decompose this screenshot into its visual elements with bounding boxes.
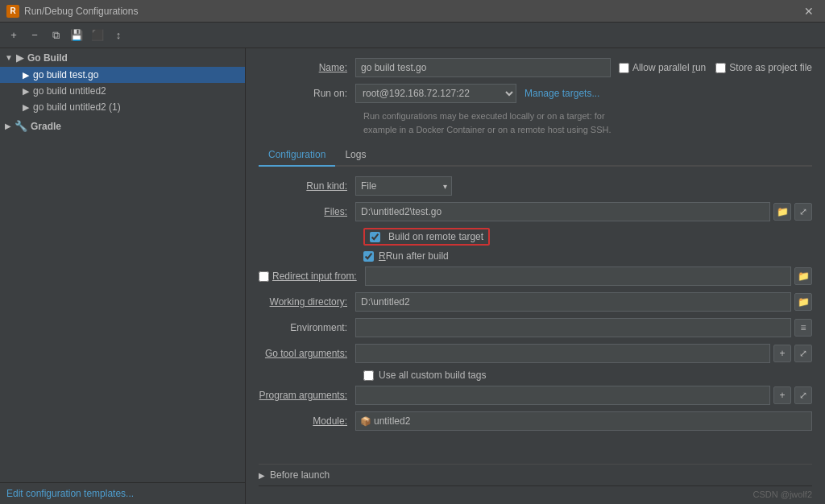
store-as-project-text: Store as project file: [729, 62, 812, 73]
program-args-expand-button[interactable]: ⤢: [794, 386, 812, 404]
manage-targets-link[interactable]: Manage targets...: [524, 88, 599, 99]
tree-item-go-build-untitled2[interactable]: ▶ go build untitled2: [0, 83, 245, 99]
edit-templates-link[interactable]: Edit configuration templates...: [6, 488, 134, 499]
files-browse-button[interactable]: 📁: [773, 203, 791, 221]
save-config-button[interactable]: 💾: [68, 27, 85, 44]
run-after-build-label: RRun after build: [379, 250, 449, 262]
use-custom-tags-checkbox[interactable]: [363, 370, 374, 381]
name-input[interactable]: [355, 58, 611, 77]
tree-item-label: go build untitled2: [33, 85, 106, 97]
go-build-arrow: ▼: [5, 53, 13, 62]
go-build-label: Go Build: [27, 52, 68, 64]
toolbar: + − ⧉ 💾 ⬛ ↕: [0, 23, 825, 48]
environment-edit-button[interactable]: ≡: [794, 319, 812, 337]
title-bar: R Run/Debug Configurations ✕: [0, 0, 825, 23]
module-icon: 📦: [360, 416, 371, 427]
remove-config-button[interactable]: −: [26, 27, 44, 44]
tree-item-go-build-untitled2-1[interactable]: ▶ go build untitled2 (1): [0, 99, 245, 115]
allow-parallel-label[interactable]: Allow parallel run: [619, 62, 706, 73]
program-args-row: Program arguments: + ⤢: [259, 386, 812, 405]
module-label: Module:: [259, 415, 355, 427]
go-tool-args-wrapper: + ⤢: [355, 344, 812, 363]
module-select-wrapper: 📦 untitled2: [355, 411, 812, 431]
run-kind-select-wrapper: File ▾: [355, 176, 452, 196]
header-checkboxes: Allow parallel run Store as project file: [619, 62, 812, 73]
redirect-input-checkbox[interactable]: [259, 271, 269, 282]
module-row: Module: 📦 untitled2: [259, 411, 812, 431]
run-on-select[interactable]: root@192.168.72.127:22: [355, 84, 516, 103]
redirect-input-field[interactable]: [365, 266, 791, 286]
build-on-remote-row: Build on remote target: [363, 228, 812, 246]
go-build-section-header[interactable]: ▼ ▶ Go Build: [0, 48, 245, 67]
name-label: Name:: [259, 62, 355, 73]
main-container: ▼ ▶ Go Build ▶ go build test.go ▶ go bui…: [0, 48, 825, 504]
run-kind-row: Run kind: File ▾: [259, 176, 812, 196]
program-args-input[interactable]: [355, 386, 770, 405]
title-bar-title: Run/Debug Configurations: [24, 6, 799, 17]
redirect-browse-button[interactable]: 📁: [794, 267, 812, 285]
redirect-input-row: Redirect input from: 📁: [259, 266, 812, 286]
tree-item-label: go build test.go: [33, 69, 98, 81]
run-after-build-row: RRun after build: [363, 250, 812, 262]
allow-parallel-checkbox[interactable]: [619, 63, 629, 73]
program-args-wrapper: + ⤢: [355, 386, 812, 405]
working-dir-label: Working directory:: [259, 296, 355, 308]
working-dir-browse-button[interactable]: 📁: [794, 293, 812, 311]
move-config-button[interactable]: ⬛: [89, 27, 106, 44]
environment-input[interactable]: [355, 318, 791, 337]
tabs-row: Configuration Logs: [259, 144, 812, 167]
go-tool-args-row: Go tool arguments: + ⤢: [259, 344, 812, 363]
name-row: Name: Allow parallel run Store as projec…: [259, 58, 812, 77]
tab-configuration[interactable]: Configuration: [259, 144, 335, 167]
close-button[interactable]: ✕: [799, 3, 819, 19]
environment-row: Environment: ≡: [259, 318, 812, 337]
files-row: Files: 📁 ⤢: [259, 202, 812, 221]
left-panel-footer: Edit configuration templates...: [0, 482, 245, 504]
add-config-button[interactable]: +: [5, 27, 23, 44]
go-tool-args-add-button[interactable]: +: [773, 345, 791, 362]
allow-parallel-text: Allow parallel run: [632, 62, 706, 73]
store-as-project-label[interactable]: Store as project file: [715, 62, 812, 73]
program-args-add-button[interactable]: +: [773, 386, 791, 404]
go-tool-args-input[interactable]: [355, 344, 770, 363]
files-input-wrapper: 📁 ⤢: [355, 202, 812, 221]
left-panel: ▼ ▶ Go Build ▶ go build test.go ▶ go bui…: [0, 48, 246, 504]
build-on-remote-label: Build on remote target: [388, 231, 483, 242]
right-panel-footer: CSDN @jwolf2: [259, 485, 812, 504]
sort-config-button[interactable]: ↕: [110, 27, 127, 44]
item-icon: ▶: [23, 102, 29, 113]
csdn-label: CSDN @jwolf2: [752, 490, 812, 499]
use-custom-tags-row: Use all custom build tags: [363, 370, 812, 381]
config-section: Run kind: File ▾ Files: 📁 ⤢ Bu: [259, 176, 812, 461]
run-on-label: Run on:: [259, 88, 355, 99]
run-after-build-checkbox[interactable]: [363, 251, 374, 262]
run-kind-select[interactable]: File: [355, 176, 452, 196]
run-on-select-wrapper: root@192.168.72.127:22: [355, 84, 516, 103]
redirect-input-label: Redirect input from:: [272, 271, 357, 282]
gradle-icon: 🔧: [15, 120, 27, 132]
working-dir-wrapper: 📁: [355, 292, 812, 312]
run-kind-label: Run kind:: [259, 180, 355, 192]
gradle-arrow: ▶: [5, 122, 11, 130]
info-text: Run configurations may be executed local…: [363, 109, 812, 136]
go-tool-args-expand-button[interactable]: ⤢: [794, 345, 812, 362]
module-select[interactable]: untitled2: [355, 411, 812, 431]
store-as-project-checkbox[interactable]: [715, 63, 726, 73]
tree-item-go-build-test[interactable]: ▶ go build test.go: [0, 67, 245, 83]
working-dir-row: Working directory: 📁: [259, 292, 812, 312]
go-build-icon: ▶: [16, 52, 24, 64]
environment-wrapper: ≡: [355, 318, 812, 337]
before-launch-arrow[interactable]: ▶: [259, 471, 265, 480]
files-label: Files:: [259, 206, 355, 217]
app-icon: R: [6, 5, 19, 18]
copy-config-button[interactable]: ⧉: [47, 27, 64, 44]
build-on-remote-checkbox[interactable]: [370, 232, 380, 242]
gradle-section-header[interactable]: ▶ 🔧 Gradle: [0, 117, 245, 135]
program-args-label: Program arguments:: [259, 390, 355, 401]
working-dir-input[interactable]: [355, 292, 791, 312]
files-expand-button[interactable]: ⤢: [794, 203, 812, 221]
files-input[interactable]: [355, 202, 770, 221]
tab-logs[interactable]: Logs: [335, 144, 375, 167]
environment-label: Environment:: [259, 322, 355, 333]
item-icon: ▶: [23, 70, 29, 81]
